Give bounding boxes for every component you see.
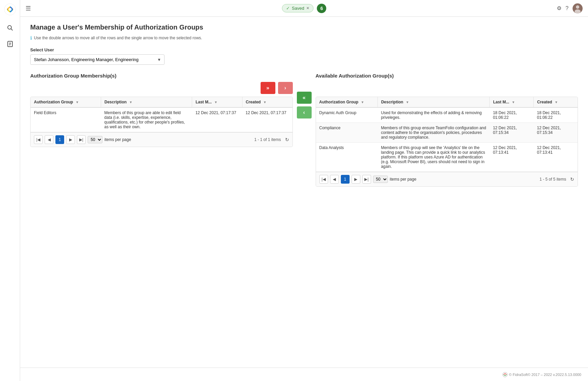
created-filter-icon[interactable]: ▼ — [263, 100, 267, 104]
right-created-filter-icon[interactable]: ▼ — [554, 100, 558, 104]
table-row[interactable]: Field Editors Members of this group are … — [31, 107, 292, 132]
user-select[interactable]: Stefan Johansson, Engineering Manager, E… — [30, 54, 165, 65]
move-right-button[interactable]: › — [278, 82, 293, 94]
auth-group-filter-icon[interactable]: ▼ — [76, 100, 79, 104]
left-next-page-button[interactable]: ▶ — [66, 135, 75, 144]
left-transfer-buttons: » › — [30, 82, 293, 94]
move-left-button[interactable]: ‹ — [297, 106, 312, 118]
right-auth-group-filter-icon[interactable]: ▼ — [361, 100, 364, 104]
left-last-page-button[interactable]: ▶| — [77, 135, 86, 144]
right-data-table: Authorization Group ▼ Description ▼ — [316, 97, 578, 172]
lastmod-filter-icon[interactable]: ▼ — [214, 100, 218, 104]
left-col-auth-group: Authorization Group ▼ — [31, 97, 101, 107]
left-pagination: |◀ ◀ 1 ▶ ▶| 50 items per page 1 - 1 of 1… — [31, 132, 292, 147]
left-table-scroll[interactable]: Authorization Group ▼ Description ▼ — [31, 97, 292, 132]
right-col-auth-group: Authorization Group ▼ — [316, 97, 378, 107]
close-saved-button[interactable]: ✕ — [306, 6, 309, 10]
right-row1-created: 18 Dec 2021, 01:06:22 — [534, 107, 578, 123]
info-bar: ℹ Use the double arrows to move all of t… — [30, 35, 578, 41]
right-row2-description: Members of this group ensure TeamFolio c… — [377, 123, 490, 143]
right-table-scroll[interactable]: Authorization Group ▼ Description ▼ — [316, 97, 578, 172]
left-col-created: Created ▼ — [242, 97, 292, 107]
right-row3-auth-group: Data Analysts — [316, 143, 378, 172]
left-first-page-button[interactable]: |◀ — [34, 135, 43, 144]
settings-icon[interactable]: ⚙ — [557, 5, 561, 11]
left-page-1-button[interactable]: 1 — [55, 135, 64, 144]
right-col-created: Created ▼ — [534, 97, 578, 107]
right-row1-auth-group: Dynamic Auth Group — [316, 107, 378, 123]
footer-copyright: © FidraSoft© 2017 – 2022 v.2022.5.13.000… — [509, 373, 581, 377]
page-content: Manage a User's Membership of Authorizat… — [20, 17, 588, 368]
footer: © FidraSoft© 2017 – 2022 v.2022.5.13.000… — [20, 368, 588, 381]
right-row2-lastmod: 12 Dec 2021, 07:15:34 — [490, 123, 534, 143]
right-next-page-button[interactable]: ▶ — [352, 175, 360, 184]
right-description-label: Description — [381, 100, 403, 104]
left-created-label: Created — [246, 100, 261, 104]
sidebar-book-icon[interactable] — [5, 39, 15, 49]
tables-row: Authorization Group Membership(s) » › — [30, 73, 578, 187]
right-pagination: |◀ ◀ 1 ▶ ▶| 50 items per page 1 - 5 of 5… — [316, 172, 578, 186]
page-title: Manage a User's Membership of Authorizat… — [30, 23, 578, 31]
double-left-arrows-icon: « — [303, 95, 306, 101]
right-col-lastmod: Last M... ▼ — [490, 97, 534, 107]
left-refresh-icon[interactable]: ↻ — [285, 137, 289, 142]
right-lastmod-filter-icon[interactable]: ▼ — [512, 100, 515, 104]
left-pagination-info: 1 - 1 of 1 items — [254, 137, 281, 142]
right-table-row-3[interactable]: Data Analysts Members of this group will… — [316, 143, 578, 172]
right-table-spacer — [316, 82, 578, 97]
topbar: ☰ ✓ Saved ✕ 6 ⚙ ? — [20, 0, 588, 17]
footer-logo: © FidraSoft© 2017 – 2022 v.2022.5.13.000… — [502, 372, 581, 377]
right-items-per-page-select[interactable]: 50 — [373, 176, 388, 183]
user-avatar[interactable] — [573, 3, 583, 13]
sidebar-search-icon[interactable] — [5, 23, 15, 33]
left-description-label: Description — [104, 100, 127, 104]
left-prev-page-button[interactable]: ◀ — [45, 135, 53, 144]
notification-badge[interactable]: 6 — [317, 4, 326, 13]
move-all-right-button[interactable]: » — [261, 82, 275, 94]
right-row1-lastmod: 18 Dec 2021, 01:06:22 — [490, 107, 534, 123]
left-items-per-page-select[interactable]: 50 — [88, 136, 102, 143]
single-left-arrow-icon: ‹ — [303, 109, 305, 115]
right-prev-page-button[interactable]: ◀ — [330, 175, 339, 184]
right-page-1-button[interactable]: 1 — [341, 175, 350, 184]
left-row-description: Members of this group are able to edit f… — [101, 107, 192, 132]
right-row3-created: 12 Dec 2021, 07:13:41 — [534, 143, 578, 172]
right-table-title: Available Authorization Group(s) — [316, 73, 578, 79]
right-table-section: Available Authorization Group(s) Authori… — [316, 73, 578, 187]
left-col-description: Description ▼ — [101, 97, 192, 107]
right-refresh-icon[interactable]: ↻ — [570, 177, 574, 182]
right-table-body: Dynamic Auth Group Used for demonstratin… — [316, 107, 578, 172]
left-items-per-page-label: items per page — [104, 137, 131, 142]
left-row-lastmod: 12 Dec 2021, 07:17:37 — [192, 107, 242, 132]
right-table-wrapper: Authorization Group ▼ Description ▼ — [316, 97, 578, 187]
topbar-left: ☰ — [26, 5, 31, 12]
right-col-description: Description ▼ — [377, 97, 490, 107]
right-description-filter-icon[interactable]: ▼ — [406, 100, 409, 104]
right-table-row-2[interactable]: Compliance Members of this group ensure … — [316, 123, 578, 143]
right-row2-created: 12 Dec 2021, 07:15:34 — [534, 123, 578, 143]
right-transfer-buttons: « ‹ — [293, 92, 316, 118]
left-row-created: 12 Dec 2021, 07:17:37 — [242, 107, 292, 132]
right-table-row-1[interactable]: Dynamic Auth Group Used for demonstratin… — [316, 107, 578, 123]
right-last-page-button[interactable]: ▶| — [362, 175, 371, 184]
svg-point-9 — [575, 9, 581, 13]
left-table-section: Authorization Group Membership(s) » › — [30, 73, 293, 147]
app-logo[interactable] — [4, 3, 16, 16]
help-icon[interactable]: ? — [566, 5, 569, 11]
move-all-left-button[interactable]: « — [297, 92, 312, 104]
right-created-label: Created — [537, 100, 552, 104]
double-right-arrows-icon: » — [266, 85, 269, 91]
left-table-header: Authorization Group ▼ Description ▼ — [31, 97, 292, 107]
check-icon: ✓ — [286, 6, 290, 11]
left-col-lastmod: Last M... ▼ — [192, 97, 242, 107]
right-lastmod-label: Last M... — [493, 100, 509, 104]
right-first-page-button[interactable]: |◀ — [319, 175, 328, 184]
left-table-body: Field Editors Members of this group are … — [31, 107, 292, 132]
hamburger-menu[interactable]: ☰ — [26, 5, 31, 12]
left-table-wrapper: Authorization Group ▼ Description ▼ — [30, 97, 293, 147]
right-row3-lastmod: 12 Dec 2021, 07:13:41 — [490, 143, 534, 172]
topbar-center: ✓ Saved ✕ 6 — [282, 4, 326, 13]
single-right-arrow-icon: › — [284, 85, 286, 91]
info-text: Use the double arrows to move all of the… — [34, 36, 202, 40]
description-filter-icon[interactable]: ▼ — [129, 100, 132, 104]
